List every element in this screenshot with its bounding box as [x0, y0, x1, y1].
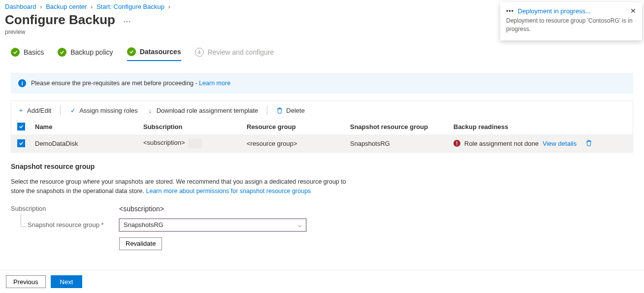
next-button[interactable]: Next: [51, 275, 83, 288]
datasource-panel: ＋ Add/Edit ✓ Assign missing roles ↓ Down…: [11, 100, 633, 153]
crumb-dashboard[interactable]: Dashboard: [5, 3, 36, 10]
notification-toast: ••• Deployment in progress... ✕ Deployme…: [500, 2, 642, 40]
snapshot-rg-section: Snapshot resource group Select the resou…: [11, 163, 355, 250]
crumb-backup-center[interactable]: Backup center: [46, 3, 87, 10]
view-details-link[interactable]: View details: [543, 140, 577, 147]
toast-title[interactable]: Deployment in progress...: [518, 7, 591, 15]
step-label: Datasources: [140, 48, 181, 56]
toolbar-label: Add/Edit: [27, 107, 51, 114]
previous-button[interactable]: Previous: [6, 275, 46, 288]
chevron-right-icon: ›: [168, 3, 170, 10]
cell-resource-group: <resource group>: [247, 140, 297, 147]
datasource-toolbar: ＋ Add/Edit ✓ Assign missing roles ↓ Down…: [11, 101, 633, 120]
chevron-right-icon: ›: [40, 3, 42, 10]
step-label: Backup policy: [70, 48, 113, 56]
toolbar-label: Delete: [286, 107, 305, 114]
assign-roles-button[interactable]: ✓ Assign missing roles: [69, 107, 138, 114]
col-resource-group[interactable]: Resource group: [247, 123, 350, 130]
progress-icon: •••: [506, 7, 514, 14]
check-icon: ✓: [69, 107, 76, 114]
info-banner: i Please ensure the pre-requisites are m…: [11, 73, 633, 94]
tree-connector-icon: [21, 214, 27, 227]
close-icon[interactable]: ✕: [630, 7, 636, 15]
toast-body: Deployment to resource group 'ContosoRG'…: [506, 17, 636, 33]
section-learnmore-link[interactable]: Learn more about permissions for snapsho…: [146, 188, 311, 195]
download-icon: ↓: [147, 107, 154, 114]
check-circle-icon: [11, 48, 20, 57]
page-title: Configure Backup: [5, 12, 115, 28]
check-circle-icon: [58, 48, 66, 57]
separator: [60, 106, 61, 115]
crumb-start-configure[interactable]: Start: Configure Backup: [97, 3, 164, 10]
check-circle-icon: [127, 47, 136, 56]
row-delete-icon[interactable]: [585, 139, 592, 148]
step-basics[interactable]: Basics: [11, 47, 44, 61]
plus-icon: ＋: [17, 107, 24, 114]
col-backup-readiness[interactable]: Backup readiness: [453, 123, 627, 130]
separator: [267, 106, 267, 115]
col-snapshot-rg[interactable]: Snapshot resource group: [350, 123, 453, 130]
step-number: 4: [195, 48, 204, 57]
col-subscription[interactable]: Subscription: [143, 123, 247, 130]
cell-subscription: <subscription>: [143, 139, 185, 146]
table-row[interactable]: DemoDataDisk <subscription> <resource gr…: [11, 134, 633, 152]
download-template-button[interactable]: ↓ Download role assignment template: [147, 107, 258, 114]
toolbar-label: Assign missing roles: [79, 107, 138, 114]
step-backup-policy[interactable]: Backup policy: [58, 47, 113, 61]
error-icon: !: [453, 140, 460, 147]
chevron-down-icon: ⌵: [298, 221, 302, 228]
revalidate-button[interactable]: Revalidate: [119, 237, 162, 250]
select-all-checkbox[interactable]: [17, 123, 25, 130]
trash-icon: [276, 107, 283, 114]
add-edit-button[interactable]: ＋ Add/Edit: [17, 107, 51, 114]
label-subscription: Subscription: [11, 205, 119, 212]
cell-snapshot-rg: SnapshotsRG: [350, 140, 453, 147]
row-checkbox[interactable]: [17, 139, 25, 147]
label-snapshot-rg: Snapshot resource group *: [28, 221, 119, 228]
cell-name: DemoDataDisk: [35, 140, 143, 147]
section-title: Snapshot resource group: [11, 163, 355, 170]
step-review[interactable]: 4 Review and configure: [195, 47, 274, 61]
grid-header: Name Subscription Resource group Snapsho…: [11, 120, 633, 134]
redacted-box: [188, 138, 202, 148]
info-icon: i: [18, 79, 26, 87]
step-datasources[interactable]: Datasources: [127, 47, 181, 61]
cell-readiness: Role assignment not done: [464, 140, 539, 147]
select-value: SnapshotsRG: [124, 221, 163, 228]
step-label: Review and configure: [208, 48, 274, 56]
toolbar-label: Download role assignment template: [157, 107, 258, 114]
value-subscription: <subscription>: [119, 205, 164, 213]
chevron-right-icon: ›: [91, 3, 93, 10]
info-learnmore-link[interactable]: Learn more: [199, 80, 230, 87]
more-icon[interactable]: ⋯: [123, 17, 131, 26]
col-name[interactable]: Name: [35, 123, 143, 130]
info-text: Please ensure the pre-requisites are met…: [31, 80, 199, 87]
snapshot-rg-select[interactable]: SnapshotsRG ⌵: [119, 219, 306, 231]
delete-button[interactable]: Delete: [276, 107, 305, 114]
step-label: Basics: [24, 48, 44, 56]
wizard-footer: Previous Next: [0, 270, 644, 293]
